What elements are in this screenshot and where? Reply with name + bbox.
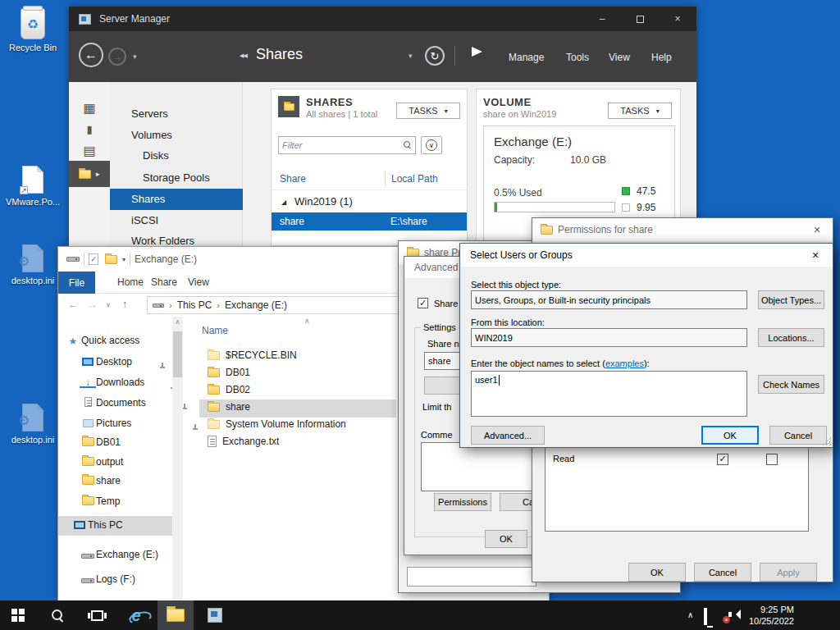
nav-db01[interactable]: DB01 (80, 436, 121, 449)
close-button[interactable]: × (659, 7, 696, 31)
menu-manage[interactable]: Manage (509, 52, 544, 63)
desktop-icon-desktop-ini-2[interactable]: ⚙ desktop.ini (3, 404, 62, 445)
sidebar-item-disks[interactable]: Disks (143, 149, 169, 162)
file-storage-services-icon[interactable]: ▸ (69, 161, 110, 187)
tab-file[interactable]: File (58, 272, 95, 294)
comments-textarea[interactable] (421, 442, 536, 491)
history-dropdown-icon[interactable]: ▾ (133, 52, 137, 61)
taskbar-search-button[interactable] (39, 600, 75, 630)
permissions-button[interactable]: Permissions (434, 493, 491, 511)
volume-tasks-button[interactable]: TASKS▾ (608, 103, 672, 119)
scrollbar-thumb[interactable] (173, 331, 182, 377)
collapse-breadcrumb-icon[interactable]: ◀◀ (240, 52, 247, 59)
file-row-system-volume-information[interactable]: System Volume Information (208, 418, 346, 430)
column-header-local-path[interactable]: Local Path (391, 173, 438, 185)
file-row-db02[interactable]: DB02 (208, 384, 250, 395)
filter-input[interactable]: Filter (278, 136, 416, 154)
desktop-icon-desktop-ini-1[interactable]: ⚙ desktop.ini (3, 244, 62, 285)
refresh-icon[interactable]: ↻ (425, 46, 445, 66)
ok-button[interactable]: OK (485, 530, 527, 548)
breadcrumb-this-pc[interactable]: This PC (177, 299, 212, 311)
cancel-button[interactable]: Cancel (769, 426, 827, 445)
sidebar-item-shares[interactable]: Shares (131, 193, 165, 205)
desktop-icon-vmware[interactable]: ↗ VMware.Po... (3, 166, 62, 207)
read-allow-checkbox[interactable]: ✓ (717, 454, 728, 465)
nav-downloads[interactable]: ↓Downloads (80, 377, 144, 388)
file-row-share[interactable]: share (208, 401, 250, 413)
menu-tools[interactable]: Tools (566, 52, 589, 63)
object-names-input[interactable]: user1 (471, 371, 747, 417)
share-this-folder-checkbox[interactable]: ✓ (418, 298, 428, 308)
dashboard-icon[interactable]: ▦ (80, 100, 98, 116)
tab-home[interactable]: Home (117, 276, 144, 288)
share-table-row[interactable]: share E:\share (272, 212, 467, 231)
column-header-share[interactable]: Share (280, 173, 306, 185)
sidebar-item-iscsi[interactable]: iSCSI (131, 214, 158, 226)
file-row-db01[interactable]: DB01 (208, 367, 250, 378)
menu-view[interactable]: View (609, 52, 630, 63)
file-row-exchange-txt[interactable]: Exchange.txt (208, 436, 279, 447)
filter-options-button[interactable]: ∨ (421, 136, 442, 154)
task-view-button[interactable] (79, 600, 115, 630)
breadcrumb-current[interactable]: Exchange (E:) (225, 299, 287, 311)
server-manager-button[interactable] (197, 600, 233, 630)
properties-quick-icon[interactable]: ✓ (89, 253, 98, 265)
column-header-name[interactable]: Name (202, 325, 228, 336)
nav-temp[interactable]: Temp (80, 495, 120, 508)
read-deny-checkbox[interactable] (766, 454, 778, 465)
sidebar-item-volumes[interactable]: Volumes (131, 129, 172, 141)
scroll-up-icon[interactable]: ∧ (176, 318, 180, 326)
ok-button[interactable]: OK (701, 426, 759, 445)
desktop-icon-recycle-bin[interactable]: ♻ Recycle Bin (3, 8, 62, 52)
sidebar-item-work-folders[interactable]: Work Folders (131, 235, 194, 246)
forward-button[interactable]: → (108, 48, 126, 66)
check-names-button[interactable]: Check Names (758, 375, 824, 394)
file-explorer-button[interactable] (158, 600, 194, 630)
taskbar-clock[interactable]: 9:25 PM 10/25/2022 (749, 604, 794, 627)
tab-view[interactable]: View (188, 276, 209, 288)
nav-exchange-drive[interactable]: Exchange (E:) (80, 549, 158, 561)
apply-button[interactable]: Apply (760, 563, 817, 582)
share-group-row[interactable]: Win2019 (1) (294, 195, 353, 208)
internet-explorer-button[interactable]: e (118, 600, 154, 630)
maximize-button[interactable] (621, 7, 659, 31)
group-expand-icon[interactable]: ◢ (281, 199, 286, 206)
recent-locations-icon[interactable]: ∨ (106, 301, 111, 308)
close-icon[interactable]: × (810, 223, 824, 236)
cancel-button[interactable]: Cancel (694, 563, 751, 582)
locations-button[interactable]: Locations... (758, 328, 824, 347)
close-icon[interactable]: × (808, 249, 823, 262)
sidebar-item-servers[interactable]: Servers (131, 107, 168, 120)
qat-customize-icon[interactable]: ▾ (122, 256, 126, 263)
menu-help[interactable]: Help (651, 52, 672, 63)
local-server-icon[interactable]: ▮ (80, 121, 98, 138)
nav-output[interactable]: output (80, 456, 123, 468)
nav-scrollbar[interactable]: ∧ (172, 317, 183, 600)
nav-logs-drive[interactable]: Logs (F:) (80, 573, 135, 586)
nav-desktop[interactable]: Desktop (80, 356, 132, 368)
forward-icon[interactable]: → (88, 299, 98, 310)
tray-show-hidden-icons[interactable]: ∧ (687, 610, 693, 619)
notifications-dropdown-icon[interactable]: ▾ (409, 52, 413, 60)
minimize-button[interactable]: – (583, 7, 621, 31)
file-row-recycle-bin[interactable]: $RECYCLE.BIN (208, 349, 297, 361)
all-servers-icon[interactable]: ▤ (80, 143, 98, 159)
start-button[interactable] (0, 600, 36, 630)
shares-tasks-button[interactable]: TASKS▾ (396, 103, 460, 119)
nav-share[interactable]: share (80, 475, 121, 487)
object-types-button[interactable]: Object Types... (758, 290, 824, 309)
tab-share[interactable]: Share (151, 276, 177, 288)
nav-pictures[interactable]: Pictures (80, 418, 131, 430)
network-icon[interactable] (704, 608, 707, 625)
nav-this-pc[interactable]: This PC (71, 519, 123, 532)
back-button[interactable]: ← (79, 43, 103, 67)
ok-button[interactable]: OK (628, 563, 686, 582)
up-icon[interactable]: ↑ (122, 299, 127, 310)
nav-documents[interactable]: Documents (80, 397, 146, 409)
resize-grip[interactable] (823, 437, 831, 445)
nav-quick-access[interactable]: ★Quick access (65, 335, 139, 346)
sidebar-item-storage-pools[interactable]: Storage Pools (143, 171, 210, 184)
new-folder-quick-icon[interactable] (105, 255, 117, 264)
advanced-button[interactable]: Advanced... (471, 426, 545, 445)
back-icon[interactable]: ← (68, 299, 78, 310)
